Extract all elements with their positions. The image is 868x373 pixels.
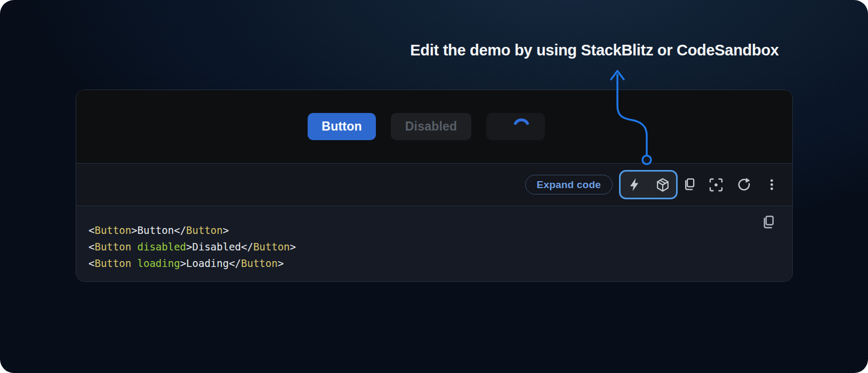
spinner-icon [512, 118, 531, 136]
annotation-title: Edit the demo by using StackBlitz or Cod… [410, 42, 778, 59]
refresh-icon [737, 177, 751, 192]
refresh-button[interactable] [735, 174, 753, 196]
focus-icon [709, 177, 724, 192]
code-line: <Button disabled>Disabled</Button> [89, 239, 755, 255]
codesandbox-button[interactable] [655, 174, 670, 196]
page: Edit the demo by using StackBlitz or Cod… [0, 0, 868, 373]
demo-card: Button Disabled Expand code [76, 90, 793, 282]
stackblitz-icon [627, 177, 641, 192]
edit-icons-highlight-group [619, 170, 678, 199]
more-button[interactable] [762, 174, 781, 196]
stackblitz-button[interactable] [626, 174, 641, 196]
focus-button[interactable] [707, 174, 725, 196]
demo-loading-button[interactable] [486, 113, 545, 140]
kebab-icon [765, 177, 779, 192]
codesandbox-icon [655, 177, 670, 192]
expand-code-button[interactable]: Expand code [525, 175, 613, 194]
code-copy-button[interactable] [758, 213, 776, 231]
code-line: <Button>Button</Button> [89, 222, 755, 239]
demo-primary-button[interactable]: Button [308, 113, 376, 140]
copy-button[interactable] [679, 174, 697, 196]
demo-disabled-button[interactable]: Disabled [391, 113, 471, 140]
copy-icon [760, 215, 775, 230]
demo-preview: Button Disabled [76, 90, 792, 163]
arrowhead-icon [611, 71, 624, 79]
copy-icon [681, 177, 696, 192]
code-block: <Button>Button</Button><Button disabled>… [89, 222, 755, 272]
code-panel: <Button>Button</Button><Button disabled>… [76, 206, 792, 281]
code-line: <Button loading>Loading</Button> [89, 255, 755, 272]
demo-toolbar: Expand code [76, 163, 792, 206]
